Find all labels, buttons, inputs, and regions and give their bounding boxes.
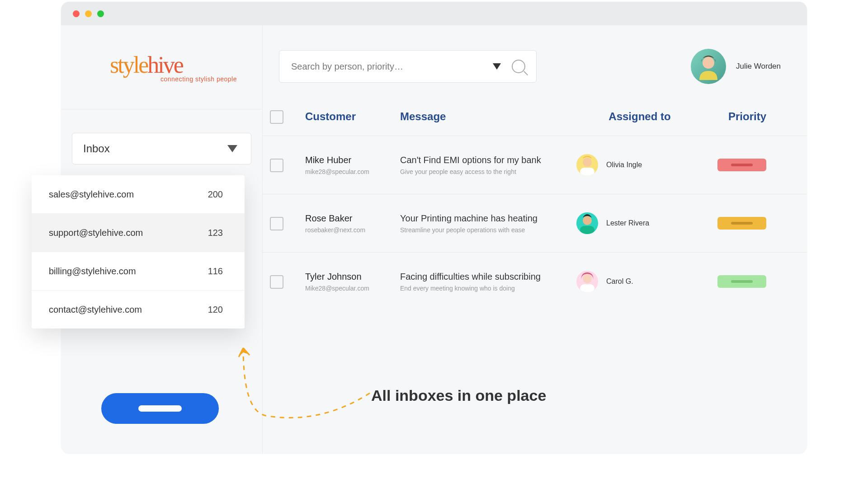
inbox-option-email: sales@stylehive.com <box>49 189 134 200</box>
svg-rect-2 <box>580 168 594 176</box>
message-subject: Facing difficulties while subscribing <box>400 272 576 282</box>
row-checkbox[interactable] <box>270 159 283 172</box>
customer-name: Tyler Johnson <box>305 272 400 282</box>
message-preview: End every meeting knowing who is doing <box>400 285 576 292</box>
assignee: Olivia Ingle <box>576 154 703 176</box>
table-row[interactable]: Tyler Johnson Mike28@specular.com Facing… <box>263 252 807 310</box>
priority-badge-low <box>717 275 766 288</box>
row-checkbox[interactable] <box>270 217 283 230</box>
svg-rect-6 <box>580 284 594 292</box>
inbox-option[interactable]: billing@stylehive.com 116 <box>32 252 245 290</box>
table-row[interactable]: Mike Huber mike28@specular.com Can't Fin… <box>263 136 807 194</box>
inbox-option-email: contact@stylehive.com <box>49 305 142 315</box>
search-input[interactable] <box>290 61 493 72</box>
svg-point-0 <box>703 57 714 69</box>
row-checkbox[interactable] <box>270 275 283 289</box>
callout-caption: All inboxes in one place <box>371 387 546 404</box>
col-customer: Customer <box>305 110 400 123</box>
message-preview: Streamline your people operations with e… <box>400 226 576 234</box>
customer-email: mike28@specular.com <box>305 168 400 175</box>
button-label-placeholder <box>138 405 182 412</box>
window-zoom-icon[interactable] <box>97 10 104 17</box>
search-box[interactable] <box>279 50 537 83</box>
inbox-dropdown-label: Inbox <box>83 142 110 155</box>
avatar <box>576 271 598 292</box>
filter-icon[interactable] <box>493 63 501 70</box>
current-user-name: Julie Worden <box>736 62 781 71</box>
avatar <box>691 49 726 84</box>
assignee: Carol G. <box>576 271 703 292</box>
assignee: Lester Rivera <box>576 212 703 234</box>
customer-email: rosebaker@next.com <box>305 226 400 234</box>
inbox-option-email: billing@stylehive.com <box>49 266 136 277</box>
inbox-dropdown[interactable]: Inbox <box>72 133 251 164</box>
inbox-option[interactable]: contact@stylehive.com 120 <box>32 290 245 328</box>
search-icon[interactable] <box>512 60 525 73</box>
logo-tagline: connecting stylish people <box>160 75 262 83</box>
main-panel: Julie Worden Customer Message Assigned t… <box>263 25 807 454</box>
current-user-chip[interactable]: Julie Worden <box>691 49 781 84</box>
avatar <box>576 212 598 234</box>
col-message: Message <box>400 110 576 123</box>
customer-name: Rose Baker <box>305 213 400 224</box>
customer-email: Mike28@specular.com <box>305 285 400 292</box>
col-priority: Priority <box>703 110 766 123</box>
inbox-option[interactable]: sales@stylehive.com 200 <box>32 175 245 213</box>
svg-point-3 <box>583 216 592 225</box>
assignee-name: Carol G. <box>606 277 633 286</box>
col-assigned: Assigned to <box>576 110 703 123</box>
svg-point-1 <box>583 158 592 167</box>
inbox-option-count: 200 <box>208 189 223 200</box>
window-minimize-icon[interactable] <box>85 10 92 17</box>
window-close-icon[interactable] <box>73 10 80 17</box>
select-all-checkbox[interactable] <box>270 110 283 124</box>
avatar <box>576 154 598 176</box>
logo-part-a: style <box>110 52 147 78</box>
table-row[interactable]: Rose Baker rosebaker@next.com Your Print… <box>263 194 807 252</box>
message-preview: Give your people easy access to the righ… <box>400 168 576 175</box>
header-row: Julie Worden <box>263 25 807 84</box>
logo-part-b: hive <box>147 52 183 78</box>
inbox-option-email: support@stylehive.com <box>49 228 143 238</box>
customer-name: Mike Huber <box>305 155 400 165</box>
chevron-down-icon <box>227 145 237 152</box>
primary-action-button[interactable] <box>101 393 219 424</box>
inbox-dropdown-menu: sales@stylehive.com 200 support@stylehiv… <box>32 175 245 328</box>
assignee-name: Olivia Ingle <box>606 161 642 169</box>
priority-badge-medium <box>717 217 766 230</box>
svg-point-5 <box>583 274 592 283</box>
svg-rect-4 <box>580 226 594 234</box>
logo: stylehive connecting stylish people <box>61 25 262 109</box>
inbox-option-count: 123 <box>208 228 223 238</box>
inbox-option-count: 116 <box>208 266 223 277</box>
priority-badge-high <box>717 159 766 171</box>
inbox-option[interactable]: support@stylehive.com 123 <box>32 213 245 252</box>
message-subject: Your Printing machine has heating <box>400 213 576 224</box>
inbox-option-count: 120 <box>208 305 223 315</box>
assignee-name: Lester Rivera <box>606 219 649 227</box>
messages-table: Customer Message Assigned to Priority Mi… <box>263 109 807 310</box>
message-subject: Can't Find EMI options for my bank <box>400 155 576 165</box>
table-header: Customer Message Assigned to Priority <box>263 109 807 136</box>
titlebar <box>61 2 807 25</box>
